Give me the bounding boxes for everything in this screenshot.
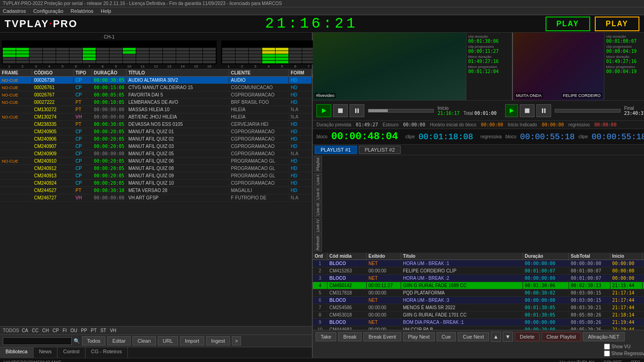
- file-row[interactable]: NO-CUE 00027222 PT 00:00:10:05 LEMBRANCA…: [0, 99, 312, 106]
- side-label-playlist[interactable]: Playlist: [314, 156, 322, 172]
- filter-fi[interactable]: FI: [62, 328, 68, 333]
- playlist-row[interactable]: 4 CM450142 00:00:11:27 GIIN G RURAL FADE…: [313, 282, 644, 289]
- btn-import[interactable]: Import: [180, 336, 204, 345]
- file-row[interactable]: CM240924 CP 00:00:20:05 MANUT AFIL QUIZ …: [0, 180, 312, 187]
- file-cell-code: CM240905: [32, 128, 74, 135]
- progress-bar-right[interactable]: [555, 109, 621, 113]
- btn-afinacao-net[interactable]: Afinação-NET: [583, 332, 624, 341]
- btn-take[interactable]: Take: [316, 332, 336, 341]
- playlist-row[interactable]: 5 CM317818 00:00:00 PQD PLATAFORMA 00:00…: [313, 289, 644, 297]
- file-row[interactable]: NO-CUE 00026761 CP 00:00:15:00 CTVG MANU…: [0, 84, 312, 91]
- search-input[interactable]: [3, 337, 72, 345]
- pause-btn-right[interactable]: [536, 104, 551, 117]
- file-row[interactable]: NO-CUE 00026767 CP 00:00:05:05 FAVORITA …: [0, 91, 312, 99]
- file-row[interactable]: NO-CUE CM240910 CP 00:00:20:05 MANUT AFI…: [0, 158, 312, 165]
- stop-btn-right[interactable]: [520, 104, 535, 117]
- block-progressive-row: bloco progressivo 00:01:12:04: [468, 65, 510, 74]
- tab-news[interactable]: News: [34, 347, 58, 358]
- search-icon[interactable]: 🔍: [74, 338, 80, 344]
- arrow-up-btn[interactable]: ▲: [491, 332, 501, 342]
- menu-help[interactable]: Help: [101, 8, 111, 14]
- play-btn-left[interactable]: [316, 104, 331, 117]
- menu-relatorios[interactable]: Relatórios: [71, 8, 94, 14]
- filter-pp[interactable]: PP: [80, 328, 88, 333]
- file-cell-client: PROGRAMACAO GL: [229, 165, 289, 172]
- side-label-refresh[interactable]: Refresh: [314, 234, 322, 252]
- filter-ch[interactable]: CH: [41, 328, 50, 333]
- btn-delete[interactable]: Delete: [515, 332, 540, 341]
- btn-url[interactable]: URL: [158, 336, 178, 345]
- playlist-row[interactable]: 10 CM444682 00:00:00 VH CCIR PA B 00:00:…: [313, 326, 644, 330]
- file-cell-type: VH: [74, 113, 92, 120]
- btn-break[interactable]: Break: [338, 332, 362, 341]
- file-row[interactable]: NO-CUE CM130274 VH 00:00:00:00 ABT/ENC J…: [0, 113, 312, 121]
- side-label-live-i[interactable]: Live-I: [314, 173, 322, 186]
- file-row[interactable]: CM238335 PT 00:00:30:05 DEVASSA NOS ESS …: [0, 121, 312, 128]
- file-row[interactable]: CM240912 CP 00:00:20:05 MANUT AFIL QUIZ …: [0, 165, 312, 172]
- show-regressiva-checkbox[interactable]: [604, 351, 610, 356]
- pause-btn-left[interactable]: [350, 104, 364, 117]
- filter-vh[interactable]: VH: [109, 328, 117, 333]
- file-row[interactable]: CM240905 CP 00:00:20:05 MANUT AFIL QUIZ …: [0, 128, 312, 136]
- tab-control[interactable]: Control: [58, 347, 85, 358]
- file-row[interactable]: CM246727 VH 00:00:00:00 VH ART GFSP F FU…: [0, 194, 312, 202]
- file-row[interactable]: CM240913 CP 00:00:20:05 MANUT AFIL QUIZ …: [0, 172, 312, 180]
- side-label-live-iii[interactable]: Live-III: [314, 202, 322, 217]
- play-btn-right[interactable]: [505, 104, 518, 117]
- menu-configuracao[interactable]: Configuração: [33, 8, 63, 14]
- btn-play-next[interactable]: Play Next: [403, 332, 435, 341]
- filter-st[interactable]: ST: [99, 328, 107, 333]
- playlist-row[interactable]: 7 CM254586 00:00:00 MENOS É MAIS 5R 2022…: [313, 304, 644, 311]
- side-label-live-iv[interactable]: Live-IV: [314, 218, 322, 233]
- stop-btn-left[interactable]: [333, 104, 348, 117]
- pl-cell-exibido: 00:00:11:27: [367, 282, 401, 289]
- progress-bar-left[interactable]: [368, 109, 434, 113]
- btn-more[interactable]: >: [232, 336, 241, 345]
- file-cell-title: DEVASSA NOS ESS 0105: [126, 121, 229, 128]
- btn-editar[interactable]: Editar: [107, 336, 131, 345]
- menu-cadastros[interactable]: Cadastros: [3, 8, 26, 14]
- file-cell-duration: 00:00:20:05: [92, 128, 126, 135]
- ph-subtotal: SubTotal: [569, 253, 610, 260]
- tab-cg-roteiros[interactable]: CG - Roteiros: [86, 347, 128, 358]
- side-label-live-ii[interactable]: Live-II: [314, 187, 322, 201]
- btn-clear-playlist[interactable]: Clear Playlist: [541, 332, 581, 341]
- filter-pt[interactable]: PT: [90, 328, 98, 333]
- file-row[interactable]: CM244527 PT 00:00:30:10 META VERSAO 28 M…: [0, 187, 312, 194]
- btn-ingest[interactable]: Ingest: [206, 336, 230, 345]
- playlist-tab-1[interactable]: PLAYLIST #1: [315, 146, 357, 154]
- show-vu-label[interactable]: Show VU: [604, 344, 644, 350]
- playlist-row[interactable]: 6 BLOCO NET HORA UM - BREAK :3 00:00:00:…: [313, 297, 644, 304]
- play-button-1[interactable]: PLAY: [546, 17, 590, 31]
- filter-todos-label[interactable]: TODOS: [3, 328, 19, 333]
- show-regressiva-label[interactable]: Show Regressiva: [604, 351, 644, 356]
- playlist-row[interactable]: 1 BLOCO NET HORA UM - BREAK :1 00:00:00:…: [313, 260, 644, 267]
- playlist-tab-2[interactable]: PLAYLIST #2: [359, 146, 401, 154]
- file-row[interactable]: CM130272 PT 00:00:00:00 MASSAS HILEIA 10…: [0, 106, 312, 113]
- filter-ou[interactable]: OU: [69, 328, 78, 333]
- file-cell-format: HD: [289, 180, 312, 187]
- playlist-row[interactable]: 8 CM453018 00:00:00 GIIN G RURAL FADE 17…: [313, 311, 644, 319]
- btn-cue[interactable]: Cue: [437, 332, 456, 341]
- file-cell-frame: [0, 172, 32, 179]
- playlist-row[interactable]: 9 BLOCO NET BOM DIA PRACA - BREAK :1 00:…: [313, 319, 644, 326]
- filter-cc[interactable]: CC: [31, 328, 39, 333]
- file-row[interactable]: CM240906 CP 00:00:20:05 MANUT AFIL QUIZ …: [0, 136, 312, 143]
- btn-clean[interactable]: Clean: [132, 336, 156, 345]
- filter-cp[interactable]: CP: [52, 328, 60, 333]
- playlist-row[interactable]: 2 CM415263 00:00:00 FELIPE CORDEIRO CLIP…: [313, 267, 644, 275]
- btn-todos[interactable]: Todos: [82, 336, 105, 345]
- playlist-row[interactable]: 3 BLOCO NET HORA UM - BREAK :2 00:00:00:…: [313, 275, 644, 282]
- btn-break-event[interactable]: Break Event: [363, 332, 401, 341]
- file-row[interactable]: CM240907 CP 00:00:20:05 MANUT AFIL QUIZ …: [0, 143, 312, 150]
- ph-ord: Ord: [313, 253, 328, 260]
- btn-cue-next[interactable]: Cue Next: [458, 332, 489, 341]
- filter-ca[interactable]: CA: [21, 328, 29, 333]
- file-row[interactable]: CM240909 CP 00:00:00:00 MANUT AFIL QUIZ …: [0, 150, 312, 158]
- arrow-down-btn[interactable]: ▼: [503, 332, 513, 342]
- tab-biblioteca[interactable]: Biblioteca: [0, 347, 34, 358]
- play-button-2[interactable]: PLAY: [595, 17, 639, 31]
- file-row[interactable]: NO-CUE 00026738 CP 00:00:30:05 AUDIO ALT…: [0, 77, 312, 84]
- show-vu-checkbox[interactable]: [604, 344, 610, 350]
- pl-cell-exibido: 00:00:00: [367, 326, 401, 330]
